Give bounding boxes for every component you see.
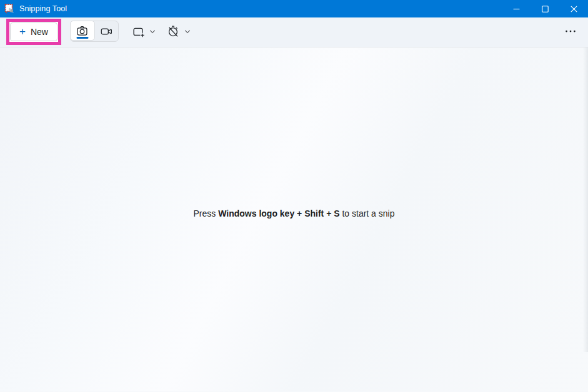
plus-icon: + — [19, 26, 26, 37]
minimize-icon — [513, 6, 520, 12]
close-icon — [571, 6, 577, 12]
right-edge-shade — [583, 47, 588, 352]
selected-mode-indicator — [76, 37, 88, 39]
new-snip-button[interactable]: + New — [10, 22, 57, 41]
start-snip-hint: Press Windows logo key + Shift + S to st… — [0, 208, 588, 218]
hint-suffix: to start a snip — [340, 208, 395, 218]
video-camera-icon — [100, 25, 113, 38]
window-controls — [502, 0, 588, 17]
see-more-button[interactable] — [558, 21, 583, 42]
snip-shape-dropdown[interactable] — [127, 21, 159, 42]
chevron-down-icon — [184, 29, 191, 34]
delay-dropdown[interactable] — [162, 21, 194, 42]
minimize-button[interactable] — [502, 0, 531, 17]
maximize-button[interactable] — [531, 0, 559, 17]
titlebar: Snipping Tool — [0, 0, 588, 17]
chevron-down-icon — [149, 29, 156, 34]
highlight-annotation: + New — [6, 19, 61, 45]
ellipsis-icon — [564, 24, 577, 38]
maximize-icon — [542, 6, 549, 12]
rectangle-snip-icon — [131, 24, 145, 38]
capture-mode-toggle — [70, 21, 119, 42]
screenshot-mode-button[interactable] — [70, 21, 95, 41]
toolbar: + New — [0, 17, 588, 47]
hint-prefix: Press — [194, 208, 219, 218]
close-button[interactable] — [559, 0, 588, 17]
canvas-area: Press Windows logo key + Shift + S to st… — [0, 47, 588, 391]
new-button-label: New — [31, 27, 48, 37]
snipping-tool-app-icon — [4, 4, 14, 14]
hint-shortcut: Windows logo key + Shift + S — [218, 208, 339, 218]
camera-icon — [76, 24, 89, 37]
video-mode-button[interactable] — [95, 21, 119, 41]
timer-off-icon — [166, 24, 180, 38]
window-title: Snipping Tool — [19, 4, 67, 13]
snipping-tool-window: Snipping Tool — [0, 0, 588, 392]
